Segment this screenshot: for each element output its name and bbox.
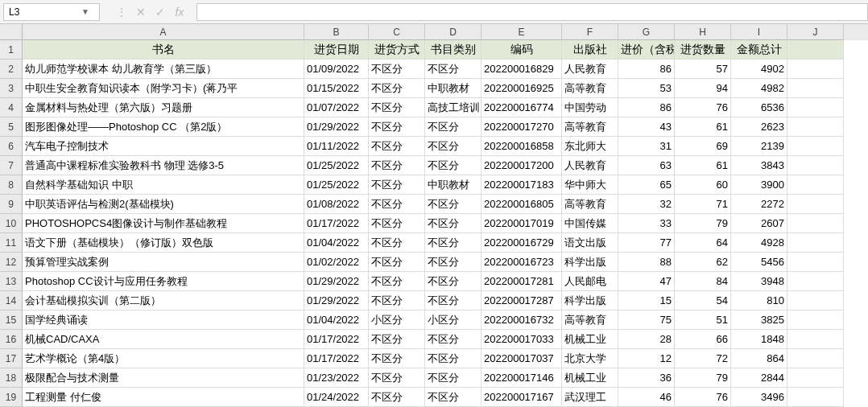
- cell[interactable]: [787, 195, 844, 214]
- cell[interactable]: 高等教育: [562, 117, 618, 137]
- cell[interactable]: 不区分: [425, 214, 482, 233]
- cell[interactable]: 6536: [731, 98, 787, 117]
- cell[interactable]: 语文下册（基础模块）（修订版）双色版: [23, 233, 304, 253]
- cell[interactable]: 202200017019: [482, 214, 562, 233]
- row-header-18[interactable]: 18: [0, 368, 23, 388]
- cell[interactable]: 机械工业: [562, 330, 618, 349]
- row-header-19[interactable]: 19: [0, 388, 23, 407]
- cell[interactable]: 机械CAD/CAXA: [23, 330, 304, 349]
- cell[interactable]: 2272: [731, 195, 787, 214]
- row-header-1[interactable]: 1: [0, 40, 23, 60]
- cell[interactable]: 1848: [731, 330, 787, 349]
- cell[interactable]: 61: [675, 117, 731, 137]
- row-header-5[interactable]: 5: [0, 117, 23, 137]
- cell[interactable]: 3948: [731, 272, 787, 291]
- cell[interactable]: 202200017146: [482, 368, 562, 388]
- cell[interactable]: 普通高中课程标准实验教科书 物理 选修3-5: [23, 156, 304, 175]
- cell[interactable]: 202200016732: [482, 310, 562, 330]
- cell[interactable]: 北京大学: [562, 349, 618, 368]
- cell[interactable]: 中职生安全教育知识读本（附学习卡）(蒋乃平: [23, 79, 304, 98]
- cell[interactable]: 31: [618, 137, 675, 156]
- cell[interactable]: 57: [675, 60, 731, 79]
- cell[interactable]: 不区分: [369, 60, 425, 79]
- cell[interactable]: 中国劳动: [562, 98, 618, 117]
- cell[interactable]: 幼儿师范学校课本 幼儿教育学（第三版）: [23, 60, 304, 79]
- cell[interactable]: 75: [618, 310, 675, 330]
- cell[interactable]: [787, 233, 844, 253]
- cell[interactable]: 不区分: [369, 175, 425, 195]
- name-box-input[interactable]: [4, 6, 76, 18]
- cell[interactable]: 61: [675, 156, 731, 175]
- cell[interactable]: 4902: [731, 60, 787, 79]
- cell[interactable]: 46: [618, 388, 675, 407]
- cell[interactable]: [787, 272, 844, 291]
- data-area[interactable]: 书名进货日期进货方式书目类别编码出版社进价（含税）进货数量金额总计幼儿师范学校课…: [23, 40, 868, 407]
- cell[interactable]: 202200017287: [482, 291, 562, 310]
- cell[interactable]: [787, 310, 844, 330]
- header-cell[interactable]: 进货日期: [304, 40, 369, 60]
- cell[interactable]: 不区分: [425, 117, 482, 137]
- cell[interactable]: 高等教育: [562, 195, 618, 214]
- cell[interactable]: 202200016723: [482, 253, 562, 272]
- col-header-D[interactable]: D: [425, 24, 482, 40]
- cell[interactable]: 中职英语评估与检测2(基础模块): [23, 195, 304, 214]
- cell[interactable]: 中职教材: [425, 175, 482, 195]
- cell[interactable]: 32: [618, 195, 675, 214]
- cell[interactable]: 语文出版: [562, 233, 618, 253]
- col-header-J[interactable]: J: [787, 24, 844, 40]
- cell[interactable]: 会计基础模拟实训（第二版）: [23, 291, 304, 310]
- cell[interactable]: 人民教育: [562, 156, 618, 175]
- cell[interactable]: 艺术学概论（第4版）: [23, 349, 304, 368]
- cell[interactable]: [787, 214, 844, 233]
- cell[interactable]: 88: [618, 253, 675, 272]
- cell[interactable]: 3825: [731, 310, 787, 330]
- cell[interactable]: 62: [675, 253, 731, 272]
- cell[interactable]: 不区分: [369, 388, 425, 407]
- cell[interactable]: 01/02/2022: [304, 253, 369, 272]
- col-header-A[interactable]: A: [23, 24, 304, 40]
- cell[interactable]: 华中师大: [562, 175, 618, 195]
- cell[interactable]: 01/17/2022: [304, 349, 369, 368]
- cell[interactable]: 3843: [731, 156, 787, 175]
- cell[interactable]: 金属材料与热处理（第六版）习题册: [23, 98, 304, 117]
- cell[interactable]: 极限配合与技术测量: [23, 368, 304, 388]
- cell[interactable]: 不区分: [425, 272, 482, 291]
- row-header-16[interactable]: 16: [0, 330, 23, 349]
- col-header-H[interactable]: H: [675, 24, 731, 40]
- cell[interactable]: [787, 98, 844, 117]
- cell[interactable]: 01/29/2022: [304, 291, 369, 310]
- chevron-down-icon[interactable]: ▼: [76, 7, 94, 16]
- cell[interactable]: Photoshop CC设计与应用任务教程: [23, 272, 304, 291]
- header-cell[interactable]: 出版社: [562, 40, 618, 60]
- cell[interactable]: 69: [675, 137, 731, 156]
- cell[interactable]: 36: [618, 368, 675, 388]
- cell[interactable]: 不区分: [425, 291, 482, 310]
- cell[interactable]: 4982: [731, 79, 787, 98]
- cell[interactable]: 小区分: [425, 310, 482, 330]
- header-cell[interactable]: [787, 40, 844, 60]
- cell[interactable]: 28: [618, 330, 675, 349]
- row-header-10[interactable]: 10: [0, 214, 23, 233]
- cell[interactable]: 汽车电子控制技术: [23, 137, 304, 156]
- cell[interactable]: 01/23/2022: [304, 368, 369, 388]
- cell[interactable]: 12: [618, 349, 675, 368]
- cell[interactable]: 高技工培训: [425, 98, 482, 117]
- header-cell[interactable]: 进货方式: [369, 40, 425, 60]
- cell[interactable]: 不区分: [425, 195, 482, 214]
- cell[interactable]: 01/17/2022: [304, 214, 369, 233]
- row-header-3[interactable]: 3: [0, 79, 23, 98]
- cell[interactable]: 2844: [731, 368, 787, 388]
- row-header-13[interactable]: 13: [0, 272, 23, 291]
- cell[interactable]: 中国传媒: [562, 214, 618, 233]
- cell[interactable]: 人民邮电: [562, 272, 618, 291]
- cell[interactable]: 高等教育: [562, 310, 618, 330]
- cell[interactable]: 79: [675, 214, 731, 233]
- cell[interactable]: [787, 388, 844, 407]
- cell[interactable]: [787, 253, 844, 272]
- sheet-grid[interactable]: ABCDEFGHIJ 12345678910111213141516171819…: [0, 24, 868, 407]
- cell[interactable]: [787, 349, 844, 368]
- cell[interactable]: 47: [618, 272, 675, 291]
- col-header-E[interactable]: E: [482, 24, 562, 40]
- cell[interactable]: 不区分: [425, 233, 482, 253]
- cell[interactable]: [787, 117, 844, 137]
